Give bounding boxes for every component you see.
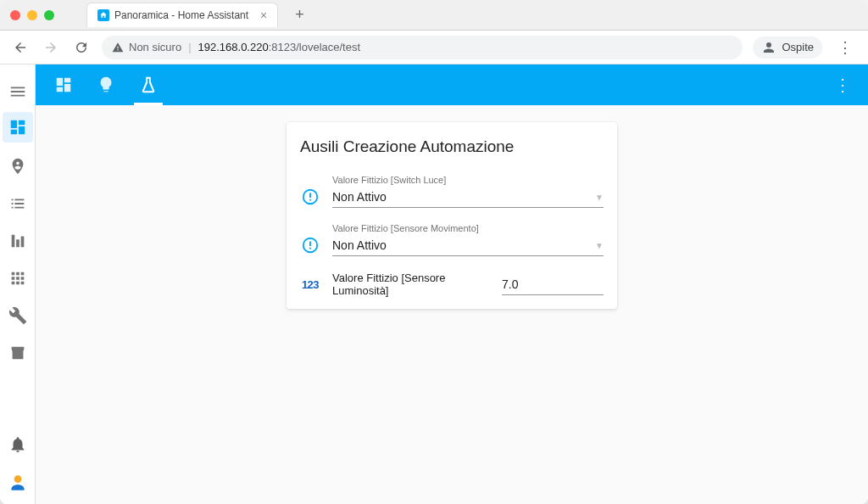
- close-window-button[interactable]: [10, 10, 20, 20]
- info-icon: [300, 187, 320, 207]
- url-input[interactable]: Non sicuro | 192.168.0.220:8123/lovelace…: [102, 36, 743, 59]
- url-text: 192.168.0.220:8123/lovelace/test: [198, 41, 361, 53]
- security-indicator: Non sicuro: [112, 41, 181, 53]
- list-icon: [8, 194, 27, 213]
- entity-label: Valore Fittizio [Switch Luce]: [332, 175, 604, 185]
- sidebar-item-history[interactable]: [1, 224, 35, 258]
- bell-icon: [8, 435, 27, 454]
- warning-icon: [112, 42, 124, 53]
- numeric-icon: 123: [300, 274, 320, 294]
- sidebar-item-hacs[interactable]: [1, 336, 35, 370]
- back-button[interactable]: [10, 37, 31, 58]
- entity-label: Valore Fittizio [Sensore Luminosità]: [332, 272, 490, 297]
- forward-button[interactable]: [41, 37, 61, 58]
- minimize-window-button[interactable]: [27, 10, 37, 20]
- sidebar-notifications[interactable]: [1, 428, 35, 462]
- view-tabs: ⋮: [36, 64, 868, 105]
- chevron-down-icon: ▼: [595, 241, 604, 250]
- dashboard-icon: [54, 76, 73, 94]
- svg-point-0: [14, 475, 21, 483]
- tab-favicon-icon: [97, 9, 109, 21]
- address-bar: Non sicuro | 192.168.0.220:8123/lovelace…: [0, 31, 868, 64]
- entity-select-switch-luce[interactable]: Non Attivo ▼: [332, 187, 604, 208]
- person-icon: [761, 40, 776, 55]
- avatar-icon: [7, 472, 29, 494]
- info-icon: [300, 235, 320, 255]
- profile-label: Ospite: [782, 41, 814, 53]
- dashboard-icon: [8, 118, 27, 137]
- card-title: Ausili Creazione Automazione: [300, 137, 604, 156]
- security-label: Non sicuro: [129, 41, 181, 53]
- entity-row-sensore-luminosita: 123 Valore Fittizio [Sensore Luminosità]: [300, 272, 604, 297]
- entity-row-switch-luce: Valore Fittizio [Switch Luce] Non Attivo…: [300, 175, 604, 208]
- store-icon: [8, 344, 27, 362]
- content-area: Ausili Creazione Automazione Valore Fitt…: [36, 105, 868, 504]
- entity-label: Valore Fittizio [Sensore Movimento]: [332, 223, 604, 233]
- lightbulb-icon: [97, 76, 115, 94]
- chevron-down-icon: ▼: [595, 193, 604, 202]
- tab-close-icon[interactable]: ×: [260, 8, 267, 22]
- reload-button[interactable]: [71, 37, 92, 58]
- browser-tab[interactable]: Panoramica - Home Assistant ×: [86, 3, 278, 27]
- chart-bar-icon: [8, 232, 27, 250]
- sidebar-menu-button[interactable]: [1, 75, 35, 109]
- entity-input-luminosita[interactable]: [502, 274, 604, 295]
- traffic-lights: [10, 10, 54, 20]
- sidebar-item-overview[interactable]: [3, 112, 33, 143]
- browser-menu-button[interactable]: ⋮: [832, 38, 858, 57]
- view-tab-dashboard[interactable]: [46, 64, 81, 105]
- sidebar-item-grid[interactable]: [1, 261, 35, 295]
- profile-chip[interactable]: Ospite: [753, 36, 822, 59]
- entity-select-sensore-movimento[interactable]: Non Attivo ▼: [332, 235, 604, 256]
- sidebar: [0, 64, 36, 504]
- sidebar-item-map[interactable]: [1, 149, 35, 183]
- apps-icon: [8, 269, 27, 288]
- view-tab-test[interactable]: [131, 64, 166, 105]
- hamburger-icon: [8, 82, 27, 101]
- entity-value: Non Attivo: [332, 238, 387, 252]
- view-menu-button[interactable]: ⋮: [827, 75, 858, 95]
- maximize-window-button[interactable]: [44, 10, 54, 20]
- new-tab-button[interactable]: +: [295, 6, 304, 24]
- window-titlebar: Panoramica - Home Assistant × +: [0, 0, 868, 31]
- person-pin-icon: [8, 157, 27, 176]
- tab-title: Panoramica - Home Assistant: [114, 9, 248, 21]
- view-tab-lights[interactable]: [88, 64, 124, 105]
- entity-value: Non Attivo: [332, 190, 387, 204]
- sidebar-item-logbook[interactable]: [1, 187, 35, 221]
- entity-row-sensore-movimento: Valore Fittizio [Sensore Movimento] Non …: [300, 223, 604, 256]
- sidebar-user-avatar[interactable]: [7, 472, 29, 494]
- sidebar-item-devtools[interactable]: [1, 299, 35, 333]
- flask-icon: [139, 76, 158, 94]
- wrench-icon: [8, 306, 27, 325]
- entities-card: Ausili Creazione Automazione Valore Fitt…: [287, 122, 617, 309]
